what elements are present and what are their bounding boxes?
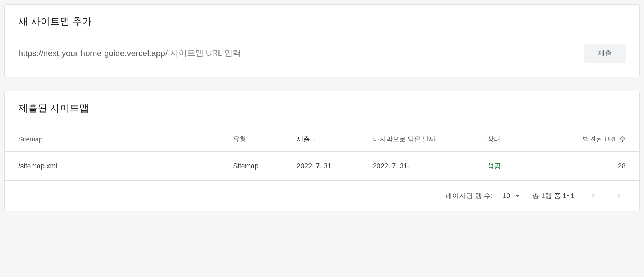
cell-type: Sitemap bbox=[233, 152, 296, 181]
pagination: 페이지당 행 수: 10 총 1행 중 1~1 bbox=[5, 181, 639, 211]
rows-per-page-label: 페이지당 행 수: bbox=[445, 191, 493, 200]
sitemap-input-row: https://next-your-home-guide.vercel.app/… bbox=[18, 44, 626, 63]
table-row[interactable]: /sitemap.xml Sitemap 2022. 7. 31. 2022. … bbox=[5, 152, 639, 181]
cell-sitemap: /sitemap.xml bbox=[5, 152, 233, 181]
cell-submitted: 2022. 7. 31. bbox=[297, 152, 373, 181]
cell-discovered-urls: 28 bbox=[576, 152, 639, 181]
page-info: 총 1행 중 1~1 bbox=[532, 191, 574, 200]
rows-per-page-value: 10 bbox=[502, 192, 510, 200]
add-sitemap-title: 새 사이트맵 추가 bbox=[18, 15, 626, 28]
column-header-status[interactable]: 상태 bbox=[487, 128, 576, 152]
filter-icon[interactable] bbox=[616, 103, 626, 113]
submit-button[interactable]: 제출 bbox=[584, 44, 626, 63]
column-header-type[interactable]: 유형 bbox=[233, 128, 296, 152]
column-header-discovered-urls[interactable]: 발견된 URL 수 bbox=[576, 128, 639, 152]
column-header-submitted-label: 제출 bbox=[297, 135, 310, 143]
chevron-left-icon bbox=[590, 192, 597, 199]
submitted-sitemaps-card: 제출된 사이트맵 Sitemap 유형 제출 ↓ 마지막으로 읽은 날짜 상태 … bbox=[4, 91, 640, 211]
prev-page-button[interactable] bbox=[587, 189, 600, 202]
column-header-sitemap[interactable]: Sitemap bbox=[5, 128, 233, 152]
url-prefix-label: https://next-your-home-guide.vercel.app/ bbox=[18, 48, 170, 58]
rows-per-page-select[interactable]: 10 bbox=[502, 192, 520, 200]
chevron-right-icon bbox=[615, 192, 623, 199]
add-sitemap-card: 새 사이트맵 추가 https://next-your-home-guide.v… bbox=[4, 4, 640, 77]
status-badge: 성공 bbox=[487, 162, 501, 170]
rows-per-page: 페이지당 행 수: 10 bbox=[445, 191, 520, 200]
next-page-button[interactable] bbox=[612, 189, 626, 202]
cell-last-read: 2022. 7. 31. bbox=[373, 152, 487, 181]
sitemaps-table: Sitemap 유형 제출 ↓ 마지막으로 읽은 날짜 상태 발견된 URL 수… bbox=[5, 128, 639, 181]
chevron-down-icon bbox=[515, 195, 520, 197]
sitemap-url-input[interactable] bbox=[170, 46, 574, 60]
column-header-submitted[interactable]: 제출 ↓ bbox=[297, 128, 373, 152]
cell-status: 성공 bbox=[487, 152, 576, 181]
submitted-sitemaps-title: 제출된 사이트맵 bbox=[18, 101, 89, 115]
column-header-last-read[interactable]: 마지막으로 읽은 날짜 bbox=[373, 128, 487, 152]
sort-arrow-down-icon: ↓ bbox=[314, 136, 317, 143]
